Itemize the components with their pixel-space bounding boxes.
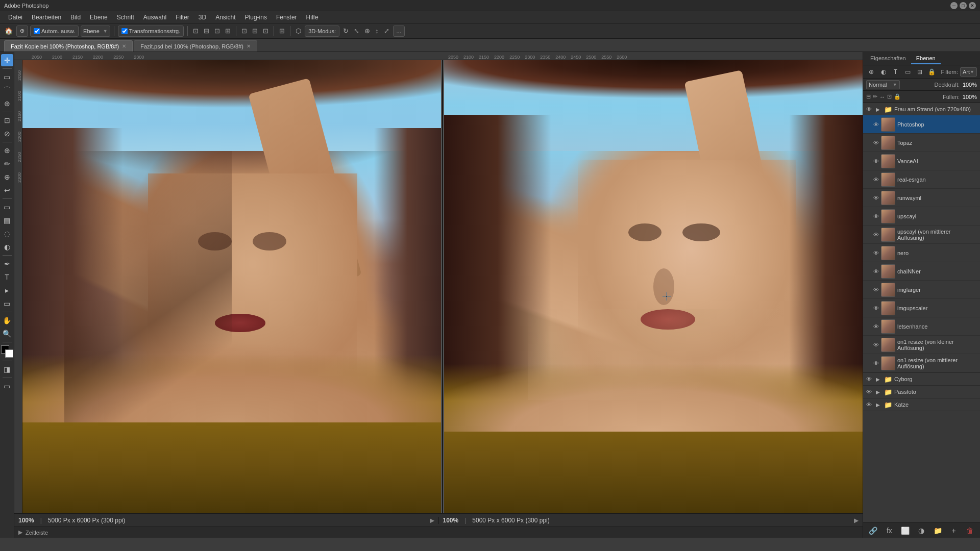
align-left-icon[interactable]: ⊡ (191, 26, 200, 36)
link-layers-button[interactable]: 🔗 (868, 525, 879, 536)
layer-eye-on1-small[interactable]: 👁 (873, 342, 879, 348)
filter-type-select[interactable]: Art ▼ (960, 67, 977, 77)
distribute-h-icon[interactable]: ⊞ (278, 26, 286, 36)
more-options-button[interactable]: ... (393, 26, 405, 37)
align-right-icon[interactable]: ⊡ (213, 26, 222, 36)
blur-tool[interactable]: ◌ (1, 228, 13, 240)
align-center-v-icon[interactable]: ⊟ (251, 26, 259, 36)
maximize-button[interactable]: □ (960, 2, 967, 9)
layer-letsenhance[interactable]: 👁 letsenhance (863, 317, 980, 336)
layer-imglarger[interactable]: 👁 imglarger (863, 281, 980, 299)
auto-select-checkbox[interactable] (34, 28, 40, 34)
menu-fenster[interactable]: Fenster (272, 13, 301, 22)
layers-lock-icon[interactable]: 🔒 (927, 67, 937, 77)
opacity-value[interactable]: 100% (962, 82, 977, 88)
lasso-tool[interactable]: ⌒ (1, 84, 13, 96)
layer-vanceai[interactable]: 👁 VanceAI (863, 152, 980, 170)
delete-layer-button[interactable]: 🗑 (964, 525, 975, 536)
group-visibility-katze[interactable]: 👁 (866, 402, 872, 408)
new-group-button[interactable]: 📁 (932, 525, 943, 536)
mode-3d-icon[interactable]: ⬡ (294, 26, 303, 36)
layer-runwayml[interactable]: 👁 runwayml (863, 189, 980, 207)
eyedropper-tool[interactable]: ⊘ (1, 128, 13, 140)
align-bottom-icon[interactable]: ⊡ (261, 26, 270, 36)
rectangular-marquee-tool[interactable]: ▭ (1, 71, 13, 83)
layer-eye-on1-mid[interactable]: 👁 (873, 360, 879, 366)
menu-auswahl[interactable]: Auswahl (139, 13, 170, 22)
layers-smart-icon[interactable]: ⊟ (915, 67, 925, 77)
layer-eye-vanceai[interactable]: 👁 (873, 158, 879, 164)
quick-mask-button[interactable]: ◨ (1, 363, 13, 375)
lock-artboard-icon[interactable]: ⊡ (887, 93, 892, 100)
layer-eye-letsenhance[interactable]: 👁 (873, 323, 879, 330)
document-canvas[interactable] (22, 60, 863, 513)
menu-datei[interactable]: Datei (4, 13, 27, 22)
layer-group-header-passfoto[interactable]: 👁 ▶ 📁 Passfoto (863, 386, 980, 398)
layer-eye-real-esrgan[interactable]: 👁 (873, 177, 879, 183)
layer-eye-runwayml[interactable]: 👁 (873, 195, 879, 201)
rectangle-tool[interactable]: ▭ (1, 297, 13, 310)
clone-stamp-tool[interactable]: ⊕ (1, 171, 13, 183)
add-style-button[interactable]: fx (884, 525, 895, 536)
quick-select-tool[interactable]: ⊕ (1, 97, 13, 110)
layers-type-icon[interactable]: T (890, 67, 900, 77)
menu-plugins[interactable]: Plug-ins (241, 13, 271, 22)
layer-photoshop[interactable]: 👁 Photoshop (863, 115, 980, 134)
left-document[interactable] (22, 60, 441, 513)
background-color[interactable] (5, 349, 13, 358)
right-document[interactable] (444, 60, 863, 513)
left-scroll-btn[interactable]: ▶ (430, 517, 434, 524)
lock-all-icon[interactable]: 🔒 (894, 93, 901, 100)
layer-imgupscaler[interactable]: 👁 imgupscaler (863, 299, 980, 317)
layer-nero[interactable]: 👁 nero (863, 244, 980, 262)
layers-adjust-icon[interactable]: ◐ (878, 67, 889, 77)
layers-shape-icon[interactable]: ▭ (902, 67, 913, 77)
gradient-tool[interactable]: ▤ (1, 214, 13, 227)
menu-3d[interactable]: 3D (194, 13, 210, 22)
layer-eye-topaz[interactable]: 👁 (873, 140, 879, 146)
home-icon[interactable]: 🏠 (3, 26, 14, 36)
align-top-icon[interactable]: ⊡ (240, 26, 249, 36)
scale-3d-icon[interactable]: ⤢ (382, 26, 391, 36)
menu-hilfe[interactable]: Hilfe (302, 13, 323, 22)
distribute-icon[interactable]: ⊞ (224, 26, 232, 36)
history-brush-tool[interactable]: ↩ (1, 184, 13, 196)
brush-tool[interactable]: ✏ (1, 158, 13, 170)
align-center-h-icon[interactable]: ⊟ (202, 26, 211, 36)
tab-right-close[interactable]: ✕ (247, 43, 251, 49)
tab-left-doc[interactable]: Fazit Kopie bei 100% (Photoshop, RGB/8#)… (4, 40, 133, 52)
path-select-tool[interactable]: ▸ (1, 284, 13, 296)
layer-chainner[interactable]: 👁 chaiNNer (863, 262, 980, 281)
layer-group-header-frau[interactable]: 👁 ▶ 📁 Frau am Strand (von 720x480) (863, 103, 980, 115)
layer-upscayl[interactable]: 👁 upscayl (863, 207, 980, 226)
zoom-tool[interactable]: 🔍 (1, 328, 13, 340)
layer-on1-mid[interactable]: 👁 on1 resize (von mittlerer Auflösung) (863, 354, 980, 372)
close-button[interactable]: ✕ (969, 2, 976, 9)
spot-healing-tool[interactable]: ⊕ (1, 144, 13, 157)
layer-upscayl-mid[interactable]: 👁 upscayl (von mittlerer Auflösung) (863, 226, 980, 244)
minimize-button[interactable]: ─ (950, 2, 958, 9)
layer-eye-upscayl-mid[interactable]: 👁 (873, 232, 879, 238)
layer-eye-imgupscaler[interactable]: 👁 (873, 305, 879, 311)
move-tool[interactable]: ✛ (1, 54, 13, 66)
menu-bearbeiten[interactable]: Bearbeiten (28, 13, 65, 22)
lock-transparent-icon[interactable]: ⊟ (866, 93, 871, 100)
slide-3d-icon[interactable]: ↕ (374, 26, 380, 36)
menu-ansicht[interactable]: Ansicht (211, 13, 239, 22)
layer-eye-photoshop[interactable]: 👁 (873, 121, 879, 128)
new-adjustment-button[interactable]: ◑ (916, 525, 927, 536)
window-controls[interactable]: ─ □ ✕ (950, 2, 976, 9)
layer-eye-nero[interactable]: 👁 (873, 250, 879, 256)
layers-filter-icon[interactable]: ⊕ (866, 67, 876, 77)
layer-real-esrgan[interactable]: 👁 real-esrgan (863, 170, 980, 189)
new-layer-button[interactable]: + (948, 525, 960, 536)
group-visibility-cyborg[interactable]: 👁 (866, 376, 872, 382)
right-scroll-btn[interactable]: ▶ (854, 517, 859, 524)
tab-right-doc[interactable]: Fazit.psd bei 100% (Photoshop, RGB/8#) ✕ (134, 40, 257, 52)
layer-on1-small[interactable]: 👁 on1 resize (von kleiner Auflösung) (863, 336, 980, 354)
mode-3d-button[interactable]: 3D-Modus: (305, 26, 339, 37)
pan-3d-icon[interactable]: ⤡ (352, 26, 361, 36)
auto-select-button[interactable]: Autom. ausw. (30, 26, 79, 37)
lock-pixels-icon[interactable]: ✏ (873, 93, 877, 100)
zoom-3d-icon[interactable]: ⊕ (363, 26, 372, 36)
